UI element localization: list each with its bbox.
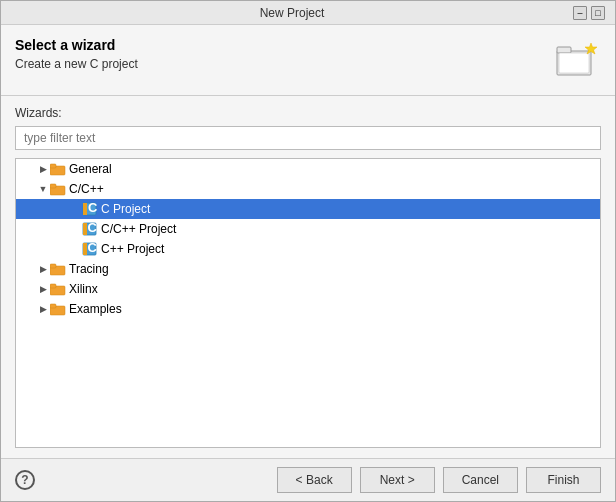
svg-rect-12	[83, 223, 87, 235]
wizards-label: Wizards:	[15, 106, 601, 120]
svg-rect-20	[50, 284, 56, 288]
folder-icon-tracing	[50, 261, 66, 277]
spacer-cpp-project	[68, 222, 82, 236]
filter-input[interactable]	[15, 126, 601, 150]
help-button[interactable]: ?	[15, 470, 35, 490]
c-project-label: C Project	[101, 202, 150, 216]
tree-item-examples[interactable]: ▶ Examples	[16, 299, 600, 319]
wizards-section: Wizards: ▶ General ▼	[1, 96, 615, 458]
svg-rect-2	[559, 53, 589, 73]
next-button[interactable]: Next >	[360, 467, 435, 493]
toggle-tracing[interactable]: ▶	[36, 262, 50, 276]
svg-rect-5	[50, 164, 56, 168]
toggle-xilinx[interactable]: ▶	[36, 282, 50, 296]
cancel-button[interactable]: Cancel	[443, 467, 518, 493]
project-icon-cxx: C	[82, 241, 98, 257]
svg-rect-22	[50, 304, 56, 308]
header-section: Select a wizard Create a new C project	[1, 25, 615, 95]
cpp-group-label: C/C++	[69, 182, 104, 196]
tree-item-tracing[interactable]: ▶ Tracing	[16, 259, 600, 279]
svg-rect-7	[50, 184, 56, 188]
new-project-window: New Project – □ Select a wizard Create a…	[0, 0, 616, 502]
tracing-label: Tracing	[69, 262, 109, 276]
tree-item-c-project[interactable]: C C Project	[16, 199, 600, 219]
spacer-cxx	[68, 242, 82, 256]
tree-item-cpp-group[interactable]: ▼ C/C++	[16, 179, 600, 199]
examples-label: Examples	[69, 302, 122, 316]
svg-rect-9	[83, 203, 87, 215]
tree-item-cxx-project[interactable]: C C++ Project	[16, 239, 600, 259]
project-icon-cpp: C	[82, 221, 98, 237]
folder-icon-xilinx	[50, 281, 66, 297]
tree-item-xilinx[interactable]: ▶ Xilinx	[16, 279, 600, 299]
toggle-examples[interactable]: ▶	[36, 302, 50, 316]
maximize-button[interactable]: □	[591, 6, 605, 20]
buttons-group: < Back Next > Cancel Finish	[277, 467, 601, 493]
window-controls: – □	[573, 6, 605, 20]
tree-container: ▶ General ▼	[15, 158, 601, 448]
wizard-header-icon	[553, 37, 601, 85]
svg-text:C: C	[88, 242, 98, 255]
svg-rect-1	[557, 47, 571, 53]
general-label: General	[69, 162, 112, 176]
title-bar: New Project – □	[1, 1, 615, 25]
svg-text:C: C	[88, 202, 98, 215]
wizard-graphic-icon	[555, 39, 599, 83]
wizard-title: Select a wizard	[15, 37, 553, 53]
cxx-project-label: C++ Project	[101, 242, 164, 256]
folder-icon-examples	[50, 301, 66, 317]
tree-item-cpp-project[interactable]: C C/C++ Project	[16, 219, 600, 239]
window-title: New Project	[11, 6, 573, 20]
bottom-bar: ? < Back Next > Cancel Finish	[1, 458, 615, 501]
finish-button[interactable]: Finish	[526, 467, 601, 493]
project-icon-c: C	[82, 201, 98, 217]
folder-icon-general	[50, 161, 66, 177]
back-button[interactable]: < Back	[277, 467, 352, 493]
svg-text:C: C	[88, 222, 98, 235]
xilinx-label: Xilinx	[69, 282, 98, 296]
header-text: Select a wizard Create a new C project	[15, 37, 553, 71]
minimize-button[interactable]: –	[573, 6, 587, 20]
cpp-project-label: C/C++ Project	[101, 222, 176, 236]
spacer-c-project	[68, 202, 82, 216]
tree-item-general[interactable]: ▶ General	[16, 159, 600, 179]
svg-rect-18	[50, 264, 56, 268]
content-area: Select a wizard Create a new C project W…	[1, 25, 615, 501]
folder-icon-cpp	[50, 181, 66, 197]
toggle-cpp[interactable]: ▼	[36, 182, 50, 196]
toggle-general[interactable]: ▶	[36, 162, 50, 176]
wizard-subtitle: Create a new C project	[15, 57, 553, 71]
svg-rect-15	[83, 243, 87, 255]
